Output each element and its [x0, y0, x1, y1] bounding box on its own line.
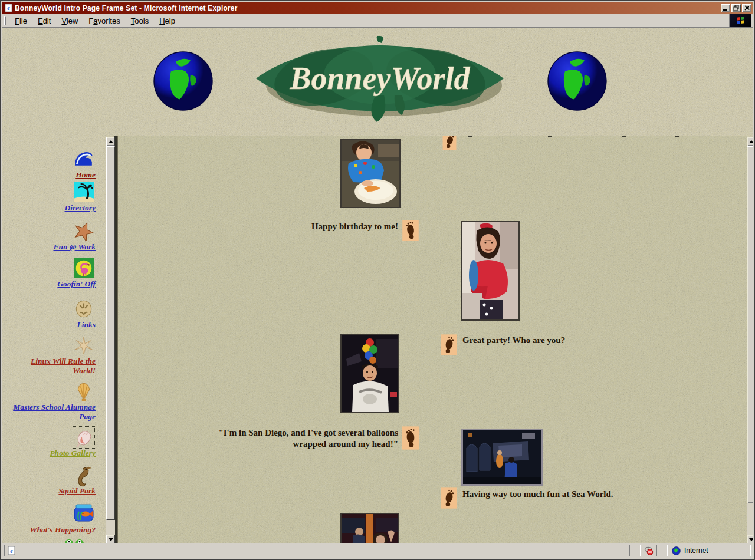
scrollbar-thumb[interactable]: [747, 146, 753, 503]
browser-window: e BonneyWorld Intro Page Frame Set - Mic…: [0, 0, 755, 560]
svg-text:e: e: [7, 5, 10, 11]
sand-dollar-icon[interactable]: [74, 299, 94, 319]
palm-beach-icon[interactable]: [74, 182, 94, 202]
footprint-icon: [441, 487, 457, 509]
menu-view[interactable]: View: [56, 15, 83, 27]
sidebar-item-label[interactable]: Home: [76, 170, 96, 180]
status-message-pane: e: [4, 545, 628, 556]
sidebar-item-label[interactable]: Goofin' Off: [57, 279, 96, 289]
header-frame: BonneyWorld: [2, 28, 753, 136]
sidebar-item-label[interactable]: What's Happening?: [30, 525, 96, 535]
menu-grip[interactable]: [4, 16, 6, 25]
sidebar-item-label[interactable]: Masters School Alumnae: [13, 403, 96, 412]
birthday-cake-photo: [340, 139, 401, 208]
photo-caption: Having way too much fun at Sea World.: [462, 489, 613, 500]
scroll-up-button[interactable]: [747, 137, 753, 146]
status-bar: e Internet: [2, 543, 753, 558]
internet-globe-icon: [672, 546, 681, 555]
ie-throbber-logo: [729, 14, 751, 27]
page-icon: e: [7, 546, 17, 555]
bonneyworld-leaf-logo: BonneyWorld: [253, 36, 507, 124]
sidebar-item-photo-gallery[interactable]: Photo Gallery: [4, 427, 96, 458]
minimize-button[interactable]: [721, 4, 730, 12]
main-scrollbar[interactable]: [747, 137, 753, 544]
scallop-shell-icon[interactable]: [74, 381, 94, 401]
sidebar-item-label[interactable]: Photo Gallery: [50, 449, 96, 458]
flamingo-icon[interactable]: [74, 258, 94, 278]
sidebar-item-label[interactable]: World!: [73, 366, 96, 375]
footprint-trail-mark: [622, 136, 626, 137]
photo-caption: "I'm in San Diego, and I've got several …: [218, 427, 398, 450]
svg-text:e: e: [10, 548, 13, 554]
sidebar-item-label[interactable]: Fun @ Work: [53, 242, 96, 252]
status-pane: [629, 545, 641, 556]
menu-file[interactable]: File: [9, 15, 32, 27]
photo-caption: Happy birthday to me!: [311, 221, 398, 232]
privacy-blocked-icon: [644, 546, 654, 555]
starfish-icon[interactable]: [74, 221, 94, 241]
sidebar-item-masters-school-alumnae-page[interactable]: Masters School AlumnaePage: [4, 381, 96, 421]
status-pane: [642, 545, 655, 556]
sidebar-item-goofin-off[interactable]: Goofin' Off: [4, 258, 96, 289]
sidebar-item-linux-will-rule-the-world[interactable]: Linux Will Rule theWorld!: [4, 335, 96, 375]
menu-help[interactable]: Help: [154, 15, 180, 27]
sidebar-item-label[interactable]: Directory: [65, 203, 96, 213]
sidebar-item-directory[interactable]: Directory: [4, 182, 96, 213]
main-content-frame: Happy birthday to me!: [118, 136, 747, 544]
ie-window-icon: e: [4, 4, 13, 12]
window-title: BonneyWorld Intro Page Frame Set - Micro…: [15, 4, 721, 12]
fish-tank-icon[interactable]: [74, 504, 94, 524]
girl-red-dress-photo: [461, 221, 520, 321]
close-button[interactable]: [742, 4, 751, 12]
title-bar[interactable]: e BonneyWorld Intro Page Frame Set - Mic…: [2, 2, 753, 14]
caption-line: wrapped around my head!": [218, 439, 398, 450]
restaurant-photo: [340, 513, 399, 544]
sidebar-item-label[interactable]: Linux Will Rule the: [31, 357, 96, 366]
sidebar-item-label[interactable]: Links: [77, 320, 96, 330]
conch-shell-icon[interactable]: [74, 427, 94, 447]
footprint-icon: [402, 426, 419, 450]
sidebar-scrollbar[interactable]: [106, 137, 115, 544]
footprint-trail-mark: [675, 136, 679, 137]
sidebar-item-squid-park[interactable]: Squid Park: [4, 465, 96, 496]
scroll-up-button[interactable]: [106, 137, 115, 146]
restore-button[interactable]: [731, 4, 741, 12]
menu-tools[interactable]: Tools: [126, 15, 154, 27]
status-pane: [656, 545, 668, 556]
sidebar-item-home[interactable]: Home: [4, 149, 96, 180]
thin-starfish-icon[interactable]: [74, 335, 94, 355]
navigation-sidebar-frame: HomeDirectoryFun @ WorkGoofin' OffLinksL…: [2, 136, 106, 544]
security-zone-pane: Internet: [669, 545, 751, 556]
sidebar-item-label[interactable]: Page: [79, 412, 96, 421]
caption-line: "I'm in San Diego, and I've got several …: [218, 427, 398, 439]
scrollbar-thumb[interactable]: [106, 146, 115, 520]
seahorse-icon[interactable]: [74, 465, 94, 485]
sea-world-night-photo: [461, 429, 543, 486]
footprint-trail-mark: [548, 136, 552, 137]
logo-text: BonneyWorld: [289, 61, 470, 96]
sidebar-item-what-s-happening[interactable]: What's Happening?: [4, 504, 96, 535]
footprint-trail-mark: [468, 136, 472, 137]
photo-caption: Great party! Who are you?: [462, 335, 565, 346]
menu-bar: FileEditViewFavoritesToolsHelp: [2, 14, 753, 28]
sidebar-item-links[interactable]: Links: [4, 299, 96, 330]
wave-icon[interactable]: [74, 149, 94, 169]
globe-icon: [153, 51, 214, 111]
menu-favorites[interactable]: Favorites: [83, 15, 125, 27]
globe-icon: [547, 51, 608, 111]
zone-label: Internet: [684, 546, 708, 555]
footprint-icon: [441, 334, 457, 355]
page-frameset: BonneyWorld HomeDirectoryFun @ WorkGoofi…: [2, 28, 753, 544]
menu-edit[interactable]: Edit: [32, 15, 56, 27]
balloon-hat-photo: [340, 334, 399, 413]
footprint-icon: [402, 220, 419, 241]
sidebar-item-label[interactable]: Squid Park: [58, 486, 96, 496]
sidebar-item-fun-work[interactable]: Fun @ Work: [4, 221, 96, 252]
footprint-icon: [442, 136, 457, 150]
